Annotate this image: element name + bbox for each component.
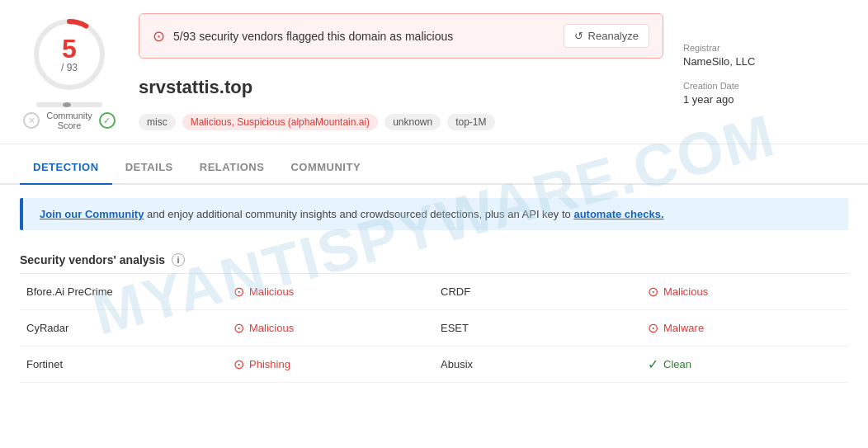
header-section: 5 / 93 ✕ CommunityScore ✓ ⊙ 5/93 securit…: [0, 0, 868, 144]
status-icon-1b: ⊙: [648, 284, 658, 299]
result-label-2b: Malware: [663, 322, 704, 334]
result-label-2: Malicious: [249, 322, 294, 334]
community-notice: Join our Community and enjoy additional …: [20, 198, 848, 230]
vendor-result-3b: ✓ Clean: [641, 347, 848, 383]
result-status-3b: ✓ Clean: [648, 356, 842, 372]
alert-icon: ⊙: [153, 27, 165, 45]
score-circle: 5 / 93: [28, 13, 111, 96]
community-score-bar: [36, 102, 102, 107]
tag-misc[interactable]: misc: [139, 114, 176, 130]
like-button[interactable]: ✓: [99, 112, 116, 129]
status-icon-2: ⊙: [234, 320, 244, 336]
tag-malicious[interactable]: Malicious, Suspicious (alphaMountain.ai): [182, 114, 378, 130]
result-label-3b: Clean: [663, 358, 691, 370]
tabs-bar: DETECTION DETAILS RELATIONS COMMUNITY: [0, 151, 868, 185]
alert-left: ⊙ 5/93 security vendors flagged this dom…: [153, 27, 453, 45]
result-status-1b: ⊙ Malicious: [648, 284, 842, 299]
score-denom: / 93: [61, 62, 78, 73]
vendor-result-3: ⊙ Phishing: [227, 347, 434, 383]
vendor-result-2b: ⊙ Malware: [641, 310, 848, 347]
community-score-label: CommunityScore: [46, 111, 92, 130]
status-icon-2b: ⊙: [648, 320, 658, 336]
community-score-fill: [63, 102, 71, 107]
automate-checks-link[interactable]: automate checks.: [573, 208, 663, 220]
tab-community[interactable]: COMMUNITY: [277, 151, 374, 185]
result-status-2: ⊙ Malicious: [234, 320, 427, 336]
tab-detection[interactable]: DETECTION: [20, 151, 112, 185]
vendor-name-2b: ESET: [434, 310, 641, 347]
tab-details[interactable]: DETAILS: [112, 151, 186, 185]
table-row: CyRadar ⊙ Malicious ESET ⊙ Malware: [20, 310, 848, 347]
status-icon-3b: ✓: [648, 356, 658, 372]
vendor-name-3: Fortinet: [20, 347, 227, 383]
meta-section: Registrar NameSilo, LLC Creation Date 1 …: [683, 13, 848, 130]
result-status-3: ⊙ Phishing: [234, 356, 427, 372]
vendor-result-2: ⊙ Malicious: [227, 310, 434, 347]
vendors-header: Security vendors' analysis i: [20, 243, 848, 274]
info-icon[interactable]: i: [172, 253, 185, 266]
status-icon-1: ⊙: [234, 284, 244, 299]
vendor-name-3b: Abusix: [434, 347, 641, 383]
status-icon-3: ⊙: [234, 356, 244, 372]
result-status-2b: ⊙ Malware: [648, 320, 842, 336]
registrar-value: NameSilo, LLC: [683, 55, 755, 68]
score-widget: 5 / 93 ✕ CommunityScore ✓: [20, 13, 119, 130]
alert-text: 5/93 security vendors flagged this domai…: [173, 30, 453, 43]
reanalyze-icon: ↺: [574, 30, 583, 42]
tag-unknown[interactable]: unknown: [384, 114, 441, 130]
reanalyze-button[interactable]: ↺ Reanalyze: [564, 24, 649, 48]
registrar-item: Registrar NameSilo, LLC: [683, 43, 848, 68]
tab-relations[interactable]: RELATIONS: [186, 151, 278, 185]
notice-middle-text: and enjoy additional community insights …: [144, 208, 573, 220]
vendor-result-1b: ⊙ Malicious: [641, 274, 848, 310]
result-status-1: ⊙ Malicious: [234, 284, 427, 299]
domain-name: srvstattis.top: [139, 77, 663, 98]
table-row: Fortinet ⊙ Phishing Abusix ✓ Clean: [20, 347, 848, 383]
vendor-name-1: Bfore.Ai PreCrime: [20, 274, 227, 310]
result-label-3: Phishing: [249, 358, 290, 370]
vendor-name-2: CyRadar: [20, 310, 227, 347]
reanalyze-label: Reanalyze: [588, 30, 639, 42]
table-row: Bfore.Ai PreCrime ⊙ Malicious CRDF ⊙ Mal…: [20, 274, 848, 310]
tag-top1m[interactable]: top-1M: [447, 114, 494, 130]
tags-row: misc Malicious, Suspicious (alphaMountai…: [139, 114, 663, 130]
vendors-title: Security vendors' analysis: [20, 253, 165, 266]
vendors-section: Security vendors' analysis i Bfore.Ai Pr…: [0, 243, 868, 383]
alert-banner: ⊙ 5/93 security vendors flagged this dom…: [139, 13, 663, 130]
domain-row: srvstattis.top: [139, 77, 663, 98]
vendors-table: Bfore.Ai PreCrime ⊙ Malicious CRDF ⊙ Mal…: [20, 274, 848, 383]
score-value: 5: [61, 35, 78, 62]
main-container: MYANTISPYWARE.COM 5 / 93 ✕: [0, 0, 868, 448]
community-score-row: [36, 102, 102, 107]
creation-value: 1 year ago: [683, 93, 734, 106]
result-label-1b: Malicious: [663, 285, 708, 298]
community-icons: ✕ CommunityScore ✓: [23, 111, 116, 130]
score-inner: 5 / 93: [61, 35, 78, 73]
join-community-link[interactable]: Join our Community: [40, 208, 144, 220]
vendor-name-1b: CRDF: [434, 274, 641, 310]
alert-row: ⊙ 5/93 security vendors flagged this dom…: [139, 13, 663, 59]
creation-label: Creation Date: [683, 81, 848, 91]
dislike-button[interactable]: ✕: [23, 112, 40, 129]
vendor-result-1: ⊙ Malicious: [227, 274, 434, 310]
result-label-1: Malicious: [249, 285, 294, 298]
creation-date-item: Creation Date 1 year ago: [683, 81, 848, 106]
registrar-label: Registrar: [683, 43, 848, 53]
